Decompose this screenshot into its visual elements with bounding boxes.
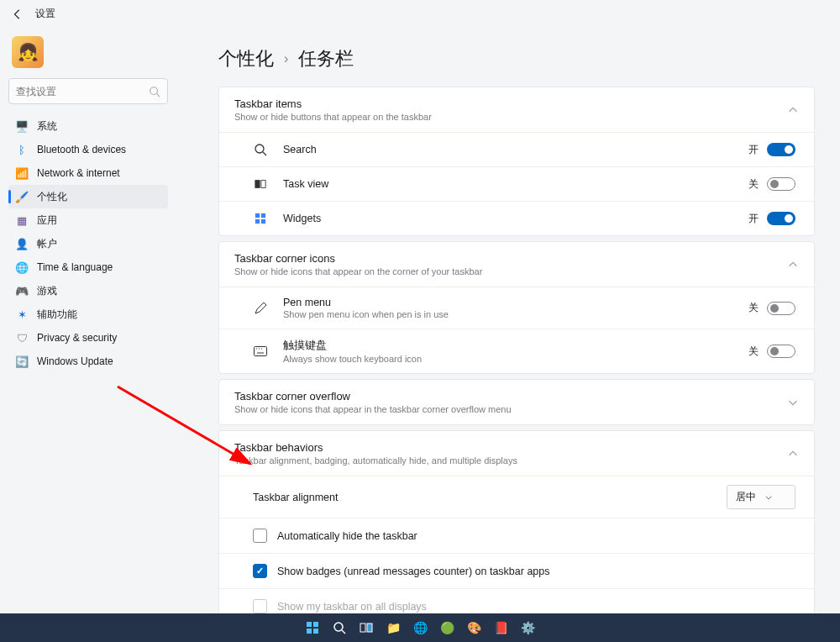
taskview-icon	[253, 176, 268, 192]
toggle-state: 关	[748, 301, 759, 315]
svg-line-3	[263, 152, 266, 155]
nav-label: Bluetooth & devices	[37, 144, 126, 155]
toggle-switch[interactable]	[767, 177, 795, 191]
badges-checkbox[interactable]	[253, 564, 267, 578]
toggle-switch[interactable]	[767, 345, 795, 358]
sidebar: 👧 🖥️系统ᛒBluetooth & devices📶Network & int…	[0, 28, 176, 614]
autohide-row[interactable]: Automatically hide the taskbar	[219, 518, 814, 553]
sidebar-item-4[interactable]: ▦应用	[8, 208, 168, 232]
nav-icon: ᛒ	[15, 143, 29, 156]
autohide-checkbox[interactable]	[253, 529, 267, 543]
breadcrumb: 个性化 › 任务栏	[218, 46, 815, 71]
nav-label: 应用	[37, 213, 57, 228]
section-title: Taskbar items	[234, 97, 799, 110]
autohide-label: Automatically hide the taskbar	[277, 530, 417, 542]
edge-icon[interactable]: 🌐	[411, 618, 429, 637]
nav-icon: ✶	[15, 308, 29, 321]
section-subtitle: Show or hide icons that appear on the co…	[234, 266, 799, 276]
chrome-icon[interactable]: 🟢	[438, 618, 456, 637]
chevron-up-icon	[787, 259, 799, 271]
row-label: Widgets	[283, 213, 733, 224]
section-title: Taskbar corner overflow	[234, 390, 799, 403]
back-button[interactable]	[12, 8, 24, 20]
sidebar-item-5[interactable]: 👤帐户	[8, 232, 168, 255]
sidebar-item-6[interactable]: 🌐Time & language	[8, 255, 168, 279]
row-label: Pen menu	[283, 297, 733, 308]
section-corner-icons: Taskbar corner icons Show or hide icons …	[218, 241, 815, 374]
sidebar-item-7[interactable]: 🎮游戏	[8, 279, 168, 303]
user-avatar[interactable]: 👧	[12, 36, 44, 68]
sidebar-item-1[interactable]: ᛒBluetooth & devices	[8, 138, 168, 161]
row-label: 触摸键盘	[283, 339, 733, 353]
explorer-icon[interactable]: 📁	[384, 618, 402, 637]
sidebar-item-0[interactable]: 🖥️系统	[8, 114, 168, 138]
toggle-state: 关	[748, 345, 759, 359]
section-subtitle: Show or hide buttons that appear on the …	[234, 112, 799, 122]
taskview-icon[interactable]	[357, 618, 375, 637]
svg-rect-16	[307, 622, 312, 627]
svg-rect-8	[255, 219, 260, 224]
section-overflow[interactable]: Taskbar corner overflow Show or hide ico…	[218, 379, 815, 425]
section-title: Taskbar behaviors	[234, 441, 799, 454]
nav-icon: 🔄	[15, 355, 29, 368]
search-input-wrapper[interactable]	[8, 78, 168, 104]
toggle-row: Task view关	[219, 166, 814, 201]
search-icon	[149, 86, 160, 97]
svg-rect-6	[255, 213, 260, 218]
toggle-state: 关	[748, 177, 759, 192]
toggle-switch[interactable]	[767, 302, 795, 315]
section-subtitle: Show or hide icons that appear in the ta…	[234, 404, 799, 414]
svg-rect-18	[307, 629, 312, 634]
toggle-row: 触摸键盘Always show touch keyboard icon关	[219, 329, 814, 373]
nav-icon: 🖌️	[15, 190, 29, 203]
svg-line-1	[157, 93, 160, 97]
breadcrumb-current: 任务栏	[298, 46, 354, 71]
chevron-up-icon	[787, 104, 799, 116]
row-label: Task view	[283, 178, 733, 190]
nav-icon: 🎮	[15, 284, 29, 297]
toggle-switch[interactable]	[767, 143, 795, 156]
nav-icon: 🖥️	[15, 119, 29, 133]
section-header-corner[interactable]: Taskbar corner icons Show or hide icons …	[219, 242, 814, 287]
start-button[interactable]	[303, 618, 322, 637]
alignment-select[interactable]: 居中	[727, 485, 795, 509]
section-subtitle: Taskbar alignment, badging, automaticall…	[234, 455, 799, 466]
toggle-row: Widgets开	[219, 201, 814, 235]
toggle-switch[interactable]	[767, 212, 795, 225]
svg-point-20	[334, 623, 343, 631]
badges-row[interactable]: Show badges (unread messages counter) on…	[219, 553, 814, 588]
settings-icon[interactable]: ⚙️	[518, 618, 537, 637]
search-input[interactable]	[16, 86, 149, 97]
row-label: Search	[283, 144, 733, 155]
chevron-right-icon: ›	[284, 51, 288, 66]
breadcrumb-parent[interactable]: 个性化	[218, 46, 274, 71]
chevron-down-icon	[764, 493, 773, 502]
toggle-row: Search开	[219, 133, 814, 166]
paint-icon[interactable]: 🎨	[465, 618, 483, 637]
main-content: 个性化 › 任务栏 Taskbar items Show or hide but…	[176, 28, 840, 614]
sidebar-item-2[interactable]: 📶Network & internet	[8, 161, 168, 185]
sidebar-item-8[interactable]: ✶辅助功能	[8, 303, 168, 326]
chevron-down-icon	[787, 397, 799, 408]
taskbar-search-icon[interactable]	[330, 618, 349, 637]
nav-label: Time & language	[37, 261, 113, 273]
nav-label: Privacy & security	[37, 332, 117, 344]
sidebar-item-9[interactable]: 🛡Privacy & security	[8, 326, 168, 350]
windows-taskbar: 📁 🌐 🟢 🎨 📕 ⚙️	[0, 613, 840, 642]
chevron-up-icon	[787, 448, 799, 460]
alignment-label: Taskbar alignment	[253, 492, 727, 503]
keyboard-icon	[253, 344, 268, 359]
sidebar-item-3[interactable]: 🖌️个性化	[8, 185, 168, 208]
svg-rect-7	[261, 213, 265, 218]
section-header-behaviors[interactable]: Taskbar behaviors Taskbar alignment, bad…	[219, 431, 814, 476]
nav-label: 辅助功能	[37, 308, 77, 322]
app-icon[interactable]: 📕	[491, 618, 510, 637]
sidebar-item-10[interactable]: 🔄Windows Update	[8, 350, 168, 373]
nav-label: 个性化	[37, 190, 67, 204]
nav-icon: 🛡	[15, 331, 29, 345]
nav-label: 系统	[37, 119, 57, 134]
nav-label: Windows Update	[37, 355, 113, 367]
svg-rect-22	[360, 624, 365, 632]
section-header-items[interactable]: Taskbar items Show or hide buttons that …	[219, 87, 814, 132]
all-displays-label: Show my taskbar on all displays	[277, 601, 427, 613]
